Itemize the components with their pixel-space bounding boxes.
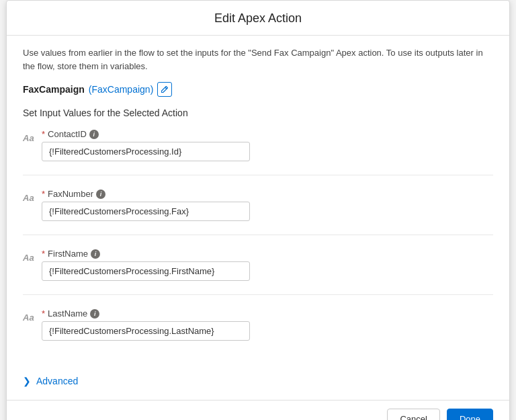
input-group: Aa* FaxNumberi [23,189,493,235]
field-container: * LastNamei [42,308,493,341]
action-label-row: FaxCampaign (FaxCampaign) [23,82,493,97]
field-container: * FirstNamei [42,249,493,281]
type-indicator: Aa [23,133,42,143]
field-input-firstname[interactable] [42,261,250,281]
modal-title: Edit Apex Action [23,11,493,26]
field-container: * ContactIDi [42,129,493,161]
modal-header: Edit Apex Action [7,1,509,36]
field-label: * FirstNamei [42,249,493,259]
modal-body: Use values from earlier in the flow to s… [7,36,509,400]
section-heading: Set Input Values for the Selected Action [23,108,493,118]
field-input-lastname[interactable] [42,321,250,341]
field-label-text: LastName [48,308,87,319]
action-name-bold: FaxCampaign [23,84,85,95]
modal-footer: Cancel Done [7,400,509,420]
required-indicator: * [42,308,45,319]
required-indicator: * [42,249,45,259]
advanced-label: Advanced [36,376,78,386]
action-name-paren: (FaxCampaign) [89,84,153,95]
type-indicator: Aa [23,193,42,203]
type-indicator: Aa [23,312,42,323]
field-label-text: ContactID [48,129,87,139]
modal-overlay: Edit Apex Action Use values from earlier… [0,0,516,420]
input-group: Aa* LastNamei [23,308,493,354]
required-indicator: * [42,129,45,139]
field-container: * FaxNumberi [42,189,493,221]
modal-container: Edit Apex Action Use values from earlier… [6,0,510,420]
field-input-faxnumber[interactable] [42,202,250,221]
type-indicator: Aa [23,253,42,263]
required-indicator: * [42,189,45,199]
field-label-text: FirstName [48,249,88,259]
input-group: Aa* FirstNamei [23,249,493,295]
advanced-section[interactable]: ❯ Advanced [23,368,493,389]
description-text: Use values from earlier in the flow to s… [23,46,493,73]
field-label: * ContactIDi [42,129,493,139]
field-label: * LastNamei [42,308,493,319]
info-icon[interactable]: i [96,190,105,199]
field-label: * FaxNumberi [42,189,493,199]
info-icon[interactable]: i [91,249,100,259]
field-input-contactid[interactable] [42,142,250,161]
done-button[interactable]: Done [447,409,493,420]
info-icon[interactable]: i [90,309,99,319]
field-label-text: FaxNumber [48,189,93,199]
chevron-right-icon: ❯ [23,376,31,386]
fields-container: Aa* ContactIDiAa* FaxNumberiAa* FirstNam… [23,129,493,354]
input-group: Aa* ContactIDi [23,129,493,175]
cancel-button[interactable]: Cancel [387,409,439,420]
edit-action-button[interactable] [157,82,172,97]
info-icon[interactable]: i [89,130,99,139]
